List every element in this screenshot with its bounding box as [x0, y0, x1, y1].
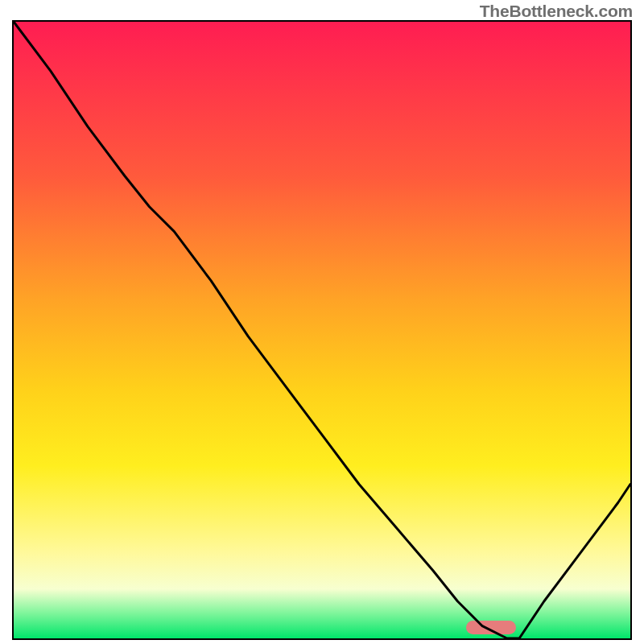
chart-frame — [12, 20, 632, 640]
chart-curve — [14, 22, 630, 638]
bottleneck-curve-line — [14, 22, 630, 638]
watermark-text: TheBottleneck.com — [480, 2, 633, 21]
